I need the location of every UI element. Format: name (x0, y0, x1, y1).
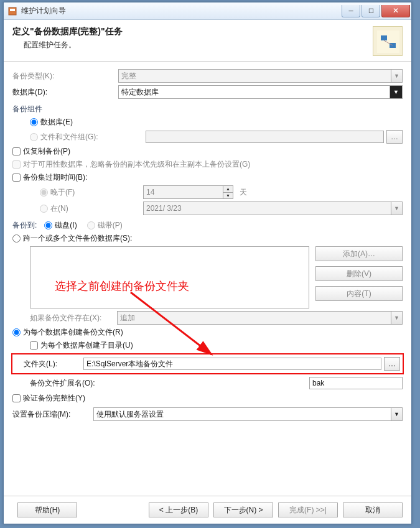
compression-combo[interactable]: 使用默认服务器设置 ▼ (93, 407, 403, 421)
if-exists-label: 如果备份文件存在(X): (30, 313, 117, 323)
svg-rect-1 (10, 9, 15, 11)
chevron-down-icon[interactable]: ▼ (391, 408, 402, 420)
svg-rect-3 (381, 35, 387, 40)
remove-file-button: 删除(V) (315, 266, 403, 281)
per-db-subdir-checkbox[interactable]: 为每个数据库创建子目录(U) (30, 340, 133, 351)
wizard-header-icon (373, 26, 403, 56)
finish-button: 完成(F) >>| (278, 503, 338, 517)
databases-combo[interactable]: 特定数据库 ▼ (118, 85, 403, 99)
contents-button: 内容(T) (315, 286, 403, 301)
expiry-on-radio: 在(N) (40, 203, 133, 214)
per-db-file-radio[interactable]: 为每个数据库创建备份文件(R) (12, 327, 123, 338)
filegroups-browse-button: … (386, 130, 403, 144)
maintenance-wizard-window: 维护计划向导 ─ ☐ ✕ 定义"备份数据库(完整)"任务 配置维护任务。 备份类… (3, 2, 412, 524)
wizard-body: 备份类型(K): 完整 ▼ 数据库(D): 特定数据库 ▼ 备份组件 数据库(E… (4, 62, 411, 496)
folder-browse-button[interactable]: … (384, 357, 400, 371)
titlebar: 维护计划向导 ─ ☐ ✕ (4, 2, 411, 20)
expiry-checkbox[interactable]: 备份集过期时间(B): (12, 172, 87, 183)
chevron-down-icon: ▼ (391, 70, 402, 82)
window-title: 维护计划向导 (21, 6, 340, 16)
if-exists-combo: 追加 ▼ (117, 311, 403, 325)
app-icon (7, 6, 17, 16)
databases-label: 数据库(D): (12, 87, 118, 98)
svg-rect-2 (377, 30, 399, 53)
extension-textbox[interactable]: bak (309, 377, 403, 389)
availability-checkbox: 对于可用性数据库，忽略备份的副本优先级和在主副本上备份设置(G) (12, 159, 250, 170)
expiry-days-spinner: 14 ▲▼ (143, 185, 233, 199)
component-database-radio[interactable]: 数据库(E) (30, 117, 73, 127)
folder-textbox[interactable]: E:\SqlServer本地备份文件 (83, 358, 381, 370)
page-title: 定义"备份数据库(完整)"任务 (12, 26, 373, 37)
backup-type-label: 备份类型(K): (12, 71, 118, 81)
backup-to-label: 备份到: (12, 220, 37, 231)
back-button[interactable]: < 上一步(B) (149, 503, 208, 517)
wizard-header: 定义"备份数据库(完整)"任务 配置维护任务。 (4, 20, 411, 62)
maximize-button[interactable]: ☐ (362, 5, 380, 17)
backup-to-tape-radio: 磁带(P) (87, 220, 123, 231)
backup-component-title: 备份组件 (12, 104, 403, 114)
filegroups-textbox (146, 131, 384, 143)
component-files-radio: 文件和文件组(G): (30, 132, 136, 142)
close-button[interactable]: ✕ (381, 5, 410, 17)
backup-type-combo: 完整 ▼ (118, 69, 403, 83)
annotation-highlight-box: 文件夹(L): E:\SqlServer本地备份文件 … (11, 353, 404, 374)
verify-integrity-checkbox[interactable]: 验证备份完整性(Y) (12, 393, 85, 404)
folder-label: 文件夹(L): (15, 359, 83, 369)
minimize-button[interactable]: ─ (342, 5, 360, 17)
backup-to-disk-radio[interactable]: 磁盘(I) (44, 220, 77, 231)
expiry-date-picker: 2021/ 3/23 ▼ (143, 201, 403, 215)
help-button[interactable]: 帮助(H) (17, 503, 77, 517)
cancel-button[interactable]: 取消 (343, 503, 403, 517)
chevron-down-icon[interactable]: ▼ (390, 86, 402, 98)
page-subtitle: 配置维护任务。 (24, 40, 373, 50)
add-file-button: 添加(A)… (315, 246, 403, 261)
wizard-footer: 帮助(H) < 上一步(B) 下一步(N) > 完成(F) >>| 取消 (4, 496, 411, 524)
extension-label: 备份文件扩展名(O): (30, 378, 136, 389)
backup-files-listbox[interactable] (30, 246, 309, 308)
next-button[interactable]: 下一步(N) > (213, 503, 273, 517)
chevron-down-icon: ▼ (391, 202, 402, 215)
compression-label: 设置备份压缩(M): (12, 409, 93, 420)
copy-only-checkbox[interactable]: 仅复制备份(P) (12, 146, 70, 157)
chevron-down-icon: ▼ (391, 312, 402, 324)
multi-file-radio[interactable]: 跨一个或多个文件备份数据库(S): (12, 233, 132, 244)
expiry-after-radio: 晚于(F) (40, 187, 133, 198)
